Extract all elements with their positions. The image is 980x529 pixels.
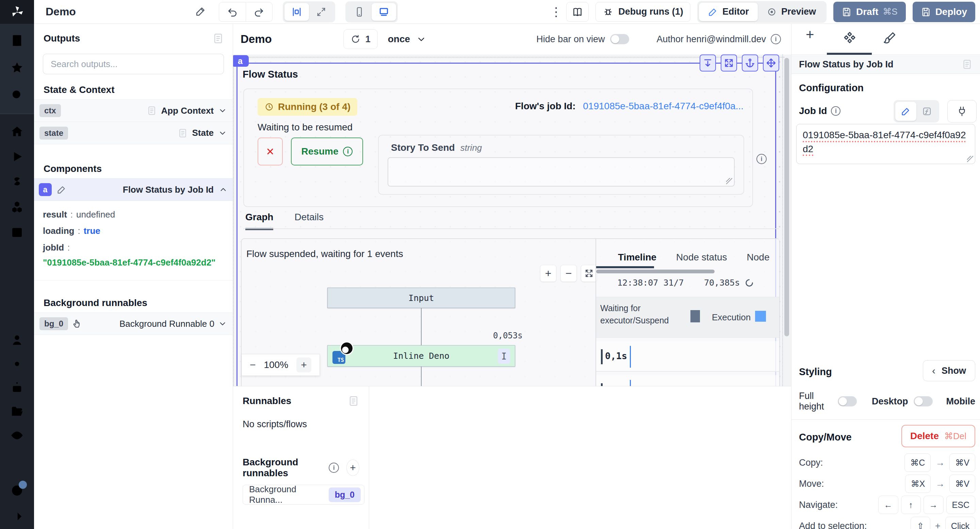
mobile-view-button[interactable] [347,3,372,21]
expand-component-button[interactable] [721,54,737,72]
desktop-view-button[interactable] [372,3,396,21]
resume-button[interactable]: Resume i [291,137,363,166]
tab-node-definition[interactable]: Node [747,252,770,263]
job-id-info-icon[interactable]: i [831,106,840,116]
workspace-building-icon[interactable] [10,33,24,48]
eval-input-mode-button[interactable] [916,102,937,121]
resources-cubes-icon[interactable] [10,200,24,214]
components-diamonds-icon [842,31,858,46]
show-styling-button[interactable]: ‹ Show [923,360,975,381]
favorites-star-icon[interactable] [10,61,24,75]
billing-dollar-icon[interactable] [10,175,24,189]
redo-button[interactable] [246,2,272,21]
deploy-button[interactable]: Deploy [913,2,975,22]
chevron-down-icon[interactable] [218,106,227,115]
expand-down-button[interactable] [700,54,716,72]
flow-node-input[interactable]: Input [327,288,515,308]
draft-label: Draft [856,6,878,18]
zoom-out-small-button[interactable]: − [250,359,256,371]
refresh-frequency-dropdown[interactable]: once [388,34,426,45]
tab-details[interactable]: Details [294,212,324,230]
docs-panel-icon[interactable] [962,59,972,70]
author-info-icon[interactable]: i [771,34,781,44]
add-background-runnable-button[interactable]: + [347,460,360,476]
undo-button[interactable] [219,2,246,21]
resize-handle[interactable] [726,178,732,184]
zoom-in-small-button[interactable]: + [296,357,311,373]
anchor-component-button[interactable] [742,54,758,72]
docs-panel-icon[interactable] [348,395,360,407]
form-info-icon[interactable]: i [756,154,767,164]
move-component-button[interactable] [763,54,779,72]
full-height-toggle[interactable] [838,396,857,406]
fit-view-button[interactable] [581,265,597,282]
static-input-mode-button[interactable] [895,102,916,121]
runs-play-icon[interactable] [10,150,24,164]
flow-graph[interactable]: Flow suspended, waiting for 1 events + −… [242,239,595,386]
job-id-textarea[interactable]: 0191085e-5baa-81ef-4774-c9ef4f0a92d2 [796,124,975,164]
delete-component-button[interactable]: Delete ⌘Del [901,425,975,447]
timeline-horizontal-scrollbar[interactable] [596,269,714,273]
tab-timeline[interactable]: Timeline [618,252,656,263]
flow-node-inline-deno[interactable]: TS Inline Deno I [327,345,515,366]
schedules-calendar-icon[interactable] [10,225,24,239]
help-button[interactable] [10,483,24,499]
windmill-logo[interactable] [0,0,34,24]
tab-graph[interactable]: Graph [245,212,273,230]
zoom-out-button[interactable]: − [560,265,577,282]
cancel-flow-button[interactable] [258,137,283,166]
kbd-key: ↑ [901,496,921,514]
tab-styling[interactable] [882,31,897,47]
collapse-rail-arrow-icon[interactable] [10,509,24,524]
background-runnable-item[interactable]: Background Runna... bg_0 [243,485,364,505]
connect-input-button[interactable] [947,100,977,123]
chevron-down-icon[interactable] [218,319,227,328]
background-runnables-info-icon[interactable]: i [329,463,339,473]
tab-component-settings[interactable] [842,31,858,48]
tab-insert-component[interactable]: + [806,27,814,43]
component-a-state: result:undefined loading:true jobId: "01… [34,201,233,280]
component-id-tab[interactable]: a [233,55,249,67]
rename-app-icon[interactable] [195,5,207,18]
centered-layout-button[interactable] [285,3,309,21]
search-outputs-input[interactable] [43,54,224,74]
settings-gear-icon[interactable] [10,357,24,371]
docs-button[interactable] [566,2,589,22]
chevron-up-icon[interactable] [218,185,228,194]
tab-node-status[interactable]: Node status [676,252,727,263]
canvas-scrollbar[interactable] [784,58,789,336]
chevron-down-icon[interactable] [218,128,227,138]
rail-admin-group [10,333,24,446]
fullwidth-layout-button[interactable] [309,3,334,21]
bg-runnable-row[interactable]: bg_0 Background Runnable 0 [34,312,233,335]
audit-eye-icon[interactable] [10,428,24,443]
debug-runs-button[interactable]: Debug runs (1) [595,2,690,22]
app-canvas[interactable]: a Flow Status Running (3 of 4) Flow' [233,54,791,386]
tab-preview[interactable]: Preview [758,3,825,21]
tab-editor[interactable]: Editor [699,3,758,21]
bg0-badge: bg_0 [40,317,68,330]
waiting-text: Waiting to be resumed [258,122,353,133]
draft-button[interactable]: Draft ⌘S [833,2,906,22]
desktop-toggle[interactable] [914,396,933,406]
folders-icon[interactable] [10,405,24,419]
app-title: Demo [46,5,76,18]
workers-robot-icon[interactable] [10,381,24,395]
state-row[interactable]: state State [34,122,233,144]
docs-panel-icon[interactable] [212,33,224,44]
search-icon[interactable] [10,88,24,102]
node-id-badge: I [498,349,510,364]
hide-bar-toggle[interactable] [610,34,629,44]
refresh-count-button[interactable]: 1 [343,29,378,49]
zoom-in-button[interactable]: + [540,265,556,282]
home-icon[interactable] [10,124,24,139]
ctx-row[interactable]: ctx App Context [34,99,233,122]
resize-handle[interactable] [967,156,973,162]
story-textarea[interactable] [388,157,735,186]
shortcut-label: Navigate: [799,500,838,510]
job-id-link[interactable]: 0191085e-5baa-81ef-4774-c9ef4f0a... [583,101,743,111]
more-menu-button[interactable]: ⋮ [550,5,559,19]
edit-id-pencil-icon[interactable] [56,185,67,195]
component-a-row[interactable]: a Flow Status by Job Id [34,178,233,201]
user-icon[interactable] [10,333,24,347]
